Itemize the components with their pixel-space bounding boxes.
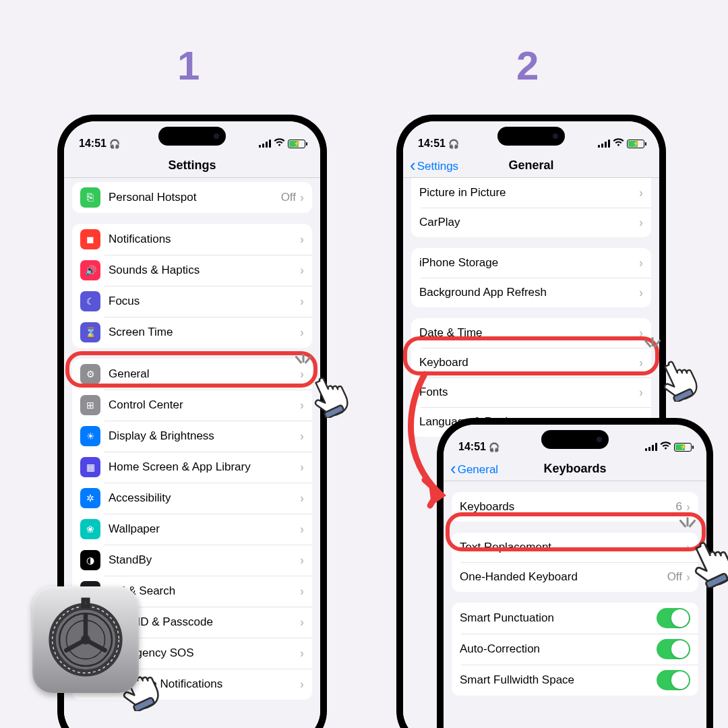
settings-row[interactable]: ⚙General bbox=[72, 359, 312, 390]
settings-row[interactable]: Picture in Picture bbox=[411, 178, 651, 208]
row-label: Focus bbox=[109, 295, 300, 308]
row-label: Auto-Correction bbox=[460, 642, 657, 656]
dynamic-island bbox=[541, 430, 609, 449]
row-icon: ☀ bbox=[80, 426, 100, 446]
row-icon: ⌛ bbox=[80, 322, 100, 342]
settings-row[interactable]: Auto-Correction bbox=[452, 634, 698, 665]
row-label: Wallpaper bbox=[109, 522, 300, 536]
chevron-icon bbox=[300, 522, 304, 537]
row-icon: ▦ bbox=[80, 457, 100, 477]
status-time: 14:51 bbox=[418, 138, 446, 150]
dynamic-island bbox=[158, 127, 226, 146]
row-label: Screen Time bbox=[109, 326, 300, 339]
toggle-switch[interactable] bbox=[657, 670, 690, 690]
chevron-icon bbox=[639, 256, 643, 270]
row-value: Off bbox=[667, 570, 682, 584]
hand-pointer-icon bbox=[303, 364, 357, 418]
row-label: Control Center bbox=[109, 398, 300, 412]
row-label: iPhone Storage bbox=[419, 256, 639, 270]
row-label: Background App Refresh bbox=[419, 286, 639, 299]
settings-row[interactable]: ✲Accessibility bbox=[72, 483, 312, 514]
wifi-icon bbox=[613, 138, 624, 150]
battery-icon: ⚡ bbox=[674, 443, 692, 452]
settings-row[interactable]: ◑StandBy bbox=[72, 545, 312, 576]
row-icon: ◼︎ bbox=[80, 229, 100, 249]
settings-row[interactable]: Smart Punctuation bbox=[452, 603, 698, 634]
dynamic-island bbox=[497, 127, 565, 146]
chevron-icon bbox=[300, 295, 304, 309]
toggle-switch[interactable] bbox=[657, 608, 690, 628]
nav-title: Keyboards bbox=[543, 462, 606, 475]
cellular-icon bbox=[645, 443, 657, 451]
step-number-1: 1 bbox=[177, 42, 200, 89]
step-number-2: 2 bbox=[516, 42, 539, 89]
settings-row[interactable]: Fonts bbox=[411, 377, 651, 407]
headphones-icon: 🎧 bbox=[489, 442, 499, 452]
row-label: General bbox=[109, 367, 300, 381]
row-label: Smart Punctuation bbox=[460, 611, 657, 625]
settings-row[interactable]: Keyboards6 bbox=[452, 492, 698, 522]
row-label: Accessibility bbox=[109, 491, 300, 505]
chevron-icon bbox=[300, 553, 304, 568]
row-label: Fonts bbox=[419, 386, 639, 399]
hotspot-icon: ⎘ bbox=[80, 187, 100, 208]
settings-row[interactable]: ☾Focus bbox=[72, 286, 312, 317]
settings-row[interactable]: 🔊Sounds & Haptics bbox=[72, 255, 312, 286]
row-label: One-Handed Keyboard bbox=[460, 570, 667, 584]
row-label: Personal Hotspot bbox=[109, 191, 281, 204]
svg-rect-7 bbox=[83, 599, 88, 606]
settings-row[interactable]: Keyboard bbox=[411, 348, 651, 377]
chevron-icon bbox=[300, 677, 304, 692]
row-label: Picture in Picture bbox=[419, 186, 639, 200]
row-label: StandBy bbox=[109, 553, 300, 567]
settings-row[interactable]: ▦Home Screen & App Library bbox=[72, 452, 312, 483]
toggle-switch[interactable] bbox=[657, 639, 690, 659]
settings-row[interactable]: ⌛Screen Time bbox=[72, 317, 312, 348]
chevron-icon bbox=[300, 264, 304, 278]
row-label: Text Replacement bbox=[460, 541, 686, 554]
row-icon: ☾ bbox=[80, 291, 100, 311]
battery-icon: ⚡ bbox=[627, 140, 644, 148]
row-icon: ◑ bbox=[80, 550, 100, 570]
back-button[interactable]: General bbox=[450, 456, 498, 483]
chevron-icon bbox=[300, 326, 304, 340]
gear-icon bbox=[42, 596, 129, 684]
hand-pointer-icon bbox=[653, 348, 706, 402]
settings-row[interactable]: CarPlay bbox=[411, 208, 651, 237]
wifi-icon bbox=[660, 441, 671, 453]
row-label: Keyboard bbox=[419, 356, 639, 369]
settings-row[interactable]: Text Replacement bbox=[452, 533, 698, 562]
settings-row[interactable]: iPhone Storage bbox=[411, 248, 651, 278]
row-label: Sounds & Haptics bbox=[109, 264, 300, 277]
settings-row[interactable]: ⊞Control Center bbox=[72, 390, 312, 421]
cellular-icon bbox=[598, 140, 610, 148]
settings-row[interactable]: Date & Time bbox=[411, 318, 651, 348]
row-label: Display & Brightness bbox=[109, 429, 300, 443]
settings-row[interactable]: Background App Refresh bbox=[411, 278, 651, 307]
hand-pointer-icon bbox=[682, 527, 728, 588]
chevron-icon bbox=[300, 646, 304, 661]
nav-title: General bbox=[508, 158, 553, 172]
chevron-icon bbox=[300, 584, 304, 599]
row-label: Home Screen & App Library bbox=[109, 460, 300, 474]
nav-bar: Settings General bbox=[403, 152, 659, 178]
back-button[interactable]: Settings bbox=[410, 152, 458, 179]
row-label: Smart Fullwidth Space bbox=[460, 673, 657, 687]
settings-row[interactable]: ☀Display & Brightness bbox=[72, 421, 312, 452]
settings-app-icon[interactable] bbox=[32, 586, 139, 693]
nav-bar: General Keyboards bbox=[444, 456, 706, 481]
headphones-icon: 🎧 bbox=[109, 139, 120, 149]
phone-3: 14:51 🎧 ⚡ General Keyboards Keyboards6 T… bbox=[437, 418, 713, 728]
row-icon: 🔊 bbox=[80, 260, 100, 280]
row-label: Keyboards bbox=[460, 500, 676, 514]
row-label: Notifications bbox=[109, 233, 300, 246]
row-personal-hotspot[interactable]: ⎘ Personal Hotspot Off bbox=[72, 182, 312, 213]
cellular-icon bbox=[259, 140, 271, 148]
status-time: 14:51 bbox=[458, 441, 486, 453]
settings-row[interactable]: ◼︎Notifications bbox=[72, 224, 312, 255]
settings-row[interactable]: Smart Fullwidth Space bbox=[452, 665, 698, 696]
settings-row[interactable]: ❀Wallpaper bbox=[72, 514, 312, 545]
battery-icon: ⚡ bbox=[288, 140, 305, 148]
chevron-icon bbox=[300, 460, 304, 475]
settings-row[interactable]: One-Handed KeyboardOff bbox=[452, 562, 698, 592]
